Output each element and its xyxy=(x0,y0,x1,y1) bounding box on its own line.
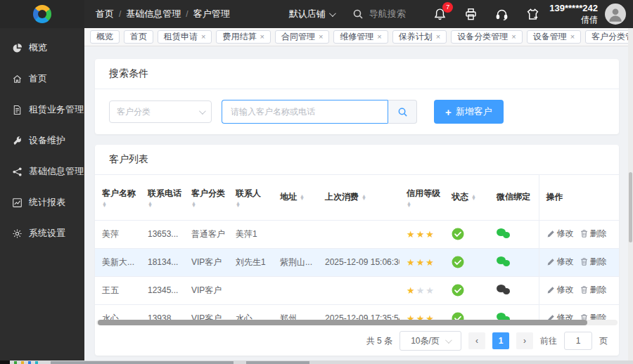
breadcrumb-basic-info[interactable]: 基础信息管理 xyxy=(126,8,181,19)
sidebar-nav: 概览首页租赁业务管理设备维护基础信息管理统计报表系统设置 xyxy=(0,28,84,360)
tab-overview[interactable]: 概览 xyxy=(90,30,120,44)
sort-carets-icon[interactable]: ▲▼ xyxy=(102,202,138,207)
close-icon[interactable]: × xyxy=(377,33,381,41)
column-header-6[interactable]: 信用等级▲▼ xyxy=(399,175,445,220)
tab-home[interactable]: 首页 xyxy=(124,30,153,44)
edit-button[interactable]: 修改 xyxy=(546,256,574,268)
horizontal-scrollbar[interactable] xyxy=(96,320,618,325)
column-header-4[interactable]: 地址▲▼ xyxy=(273,175,318,220)
delete-button[interactable]: 删除 xyxy=(580,228,607,240)
horizontal-scrollbar-thumb[interactable] xyxy=(98,320,587,325)
top-bar: 首页/基础信息管理/客户管理 默认店铺 导航搜索 7 1 xyxy=(84,0,633,28)
table-row[interactable]: 水心13938...VIP客户水心郑州2025-12-09 17:35:54★★… xyxy=(95,304,619,320)
star-icon: ★ xyxy=(426,285,434,296)
tab-contract-mgmt[interactable]: 合同管理× xyxy=(275,30,329,44)
column-header-1[interactable]: 联系电话▲▼ xyxy=(141,175,184,220)
goto-page-input[interactable] xyxy=(564,332,592,350)
cell-credit-stars: ★★★ xyxy=(399,248,445,276)
sidebar-item-rental-business[interactable]: 租赁业务管理 xyxy=(0,94,84,125)
keyword-search-input[interactable] xyxy=(222,100,388,124)
cell-actions: 修改删除 xyxy=(539,304,619,320)
sort-carets-icon[interactable]: ▲▼ xyxy=(407,202,442,207)
close-icon[interactable]: × xyxy=(260,33,264,41)
topbar-icons: 7 xyxy=(433,7,539,21)
prev-page-button[interactable]: ‹ xyxy=(468,332,485,349)
column-header-7[interactable]: 状态▲▼ xyxy=(445,175,490,220)
sidebar-item-statistics-report[interactable]: 统计报表 xyxy=(0,187,84,218)
delete-button[interactable]: 删除 xyxy=(580,312,607,320)
delete-button[interactable]: 删除 xyxy=(580,256,607,268)
cell-wechat xyxy=(490,220,539,248)
close-icon[interactable]: × xyxy=(511,33,516,41)
tab-label: 设备管理 xyxy=(533,31,567,43)
column-header-9: 操作 xyxy=(539,175,619,220)
column-header-5[interactable]: 上次消费▲▼ xyxy=(318,175,399,220)
sidebar-item-equipment-maintenance[interactable]: 设备维护 xyxy=(0,125,84,156)
close-icon[interactable]: × xyxy=(201,33,205,41)
column-header-2[interactable]: 客户分类▲▼ xyxy=(184,175,229,220)
sort-carets-icon[interactable]: ▲▼ xyxy=(300,195,305,200)
cell-status xyxy=(445,248,490,276)
keyword-search-button[interactable] xyxy=(388,100,417,124)
vertical-scrollbar[interactable] xyxy=(628,28,633,360)
status-check-icon[interactable] xyxy=(452,313,464,320)
cell-last-spend: 2025-12-09 15:06:30 xyxy=(318,248,399,276)
sidebar-item-basic-info[interactable]: 基础信息管理 xyxy=(0,156,84,187)
edit-button[interactable]: 修改 xyxy=(546,228,574,240)
close-icon[interactable]: × xyxy=(319,33,323,41)
store-selector[interactable]: 默认店铺 xyxy=(289,8,334,20)
sort-carets-icon[interactable]: ▲▼ xyxy=(191,202,226,207)
tab-customer-category-mgmt[interactable]: 客户分类管理× xyxy=(585,30,633,44)
edit-button[interactable]: 修改 xyxy=(546,312,574,320)
sort-carets-icon[interactable]: ▲▼ xyxy=(236,202,270,207)
next-page-button[interactable]: › xyxy=(516,332,533,349)
tab-fee-settlement[interactable]: 费用结算× xyxy=(216,30,270,44)
sidebar-item-overview[interactable]: 概览 xyxy=(0,32,84,63)
column-header-3[interactable]: 联系人▲▼ xyxy=(229,175,273,220)
edit-button[interactable]: 修改 xyxy=(546,284,574,296)
status-check-icon[interactable] xyxy=(452,228,464,238)
table-row[interactable]: 美新大...18134...VIP客户刘先生1紫荆山...2025-12-09 … xyxy=(95,248,619,276)
status-check-icon[interactable] xyxy=(452,256,464,266)
page-size-select[interactable]: 10条/页 xyxy=(399,331,461,351)
customer-category-select[interactable]: 客户分类 xyxy=(109,100,212,123)
vertical-scrollbar-thumb[interactable] xyxy=(629,172,632,242)
user-avatar[interactable] xyxy=(605,4,626,25)
status-check-icon[interactable] xyxy=(452,285,464,294)
sort-carets-icon[interactable]: ▲▼ xyxy=(471,195,476,200)
tab-repair-mgmt[interactable]: 维修管理× xyxy=(333,30,388,44)
notification-bell-icon[interactable]: 7 xyxy=(433,7,447,21)
taskbar xyxy=(0,360,633,364)
cell-wechat xyxy=(490,276,539,304)
nav-search[interactable]: 导航搜索 xyxy=(352,8,406,20)
tab-label: 客户分类管理 xyxy=(592,31,633,43)
keyword-search-group xyxy=(222,100,417,124)
close-icon[interactable]: × xyxy=(570,33,575,41)
breadcrumb-home[interactable]: 首页 xyxy=(96,8,114,19)
app-logo-icon[interactable] xyxy=(33,5,51,23)
tab-maintenance-plan[interactable]: 保养计划× xyxy=(392,30,447,44)
close-icon[interactable]: × xyxy=(436,33,440,41)
table-row[interactable]: 美萍13653...普通客户美萍1★★★修改删除 xyxy=(95,220,619,248)
sort-carets-icon[interactable]: ▲▼ xyxy=(362,195,366,200)
sidebar-item-system-settings[interactable]: 系统设置 xyxy=(0,218,84,249)
tab-device-category-mgmt[interactable]: 设备分类管理× xyxy=(451,30,522,44)
sidebar-item-home[interactable]: 首页 xyxy=(0,63,84,94)
add-customer-button[interactable]: + 新增客户 xyxy=(434,100,504,124)
delete-button[interactable]: 删除 xyxy=(580,284,607,296)
table-row[interactable]: 王五12345...VIP客户★★★修改删除 xyxy=(95,276,619,304)
theme-skin-icon[interactable] xyxy=(525,7,539,21)
cell-last-spend xyxy=(318,276,399,304)
star-icon: ★ xyxy=(426,229,434,240)
tab-rental-apply[interactable]: 租赁申请× xyxy=(158,30,212,44)
current-page-button[interactable]: 1 xyxy=(492,332,509,349)
printer-icon[interactable] xyxy=(463,7,478,21)
sort-carets-icon[interactable]: ▲▼ xyxy=(148,202,181,207)
headset-support-icon[interactable] xyxy=(494,7,509,21)
share-nodes-icon xyxy=(12,167,23,177)
cell-contact xyxy=(229,276,273,304)
taskbar-app-icon xyxy=(21,361,24,364)
tab-device-mgmt[interactable]: 设备管理× xyxy=(527,30,581,44)
column-header-0[interactable]: 客户名称▲▼ xyxy=(95,175,141,220)
search-icon xyxy=(352,8,364,20)
